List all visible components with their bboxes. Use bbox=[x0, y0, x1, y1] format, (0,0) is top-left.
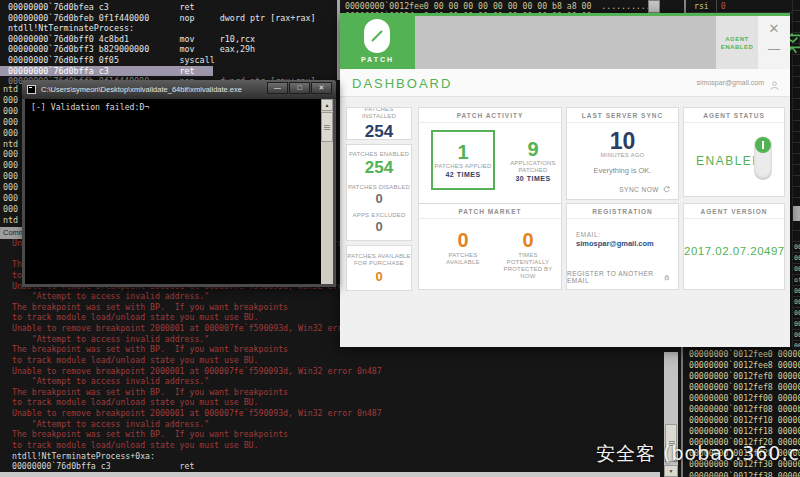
register-pane-scroll-thumb[interactable] bbox=[793, 206, 800, 221]
stat-card-patches-for-purchase: PATCHES AVAILABLE FOR PURCHASE 0 bbox=[346, 245, 412, 291]
register-fragment bbox=[793, 66, 800, 77]
memory-row: 00000000`0012fee0 000000 bbox=[689, 349, 800, 360]
address-fragment: 000 bbox=[3, 149, 18, 160]
disassembly-line: 00000000`76d0bfea c3 ret bbox=[8, 2, 316, 13]
console-line: The breakpoint was set with BP. If you w… bbox=[12, 387, 382, 398]
times-protected-stat: 0 TIMES POTENTIALLY PROTECTED BY NOW bbox=[497, 230, 559, 280]
page-title: DASHBOARD bbox=[352, 76, 452, 91]
console-line: "Attempt to access invalid address." bbox=[12, 291, 382, 302]
register-fragment: 00 bbox=[793, 308, 800, 319]
stat-value: 254 bbox=[347, 158, 411, 178]
memory-row: 00000000`0012fef0 000000 bbox=[689, 371, 800, 382]
register-fragment: 00 bbox=[793, 242, 800, 253]
register-another-email-label: REGISTER TO ANOTHER EMAIL bbox=[567, 270, 660, 284]
agent-status-card: AGENT STATUS ENABLED bbox=[683, 107, 785, 197]
dashboard-header: DASHBOARD simospar@gmail.com bbox=[340, 69, 790, 97]
stat-label: PATCHES DISABLED bbox=[347, 184, 411, 191]
cmd-scrollbar[interactable]: ▲ bbox=[321, 99, 333, 284]
memory-pane-scrollbar[interactable] bbox=[648, 0, 660, 13]
register-fragment bbox=[793, 220, 800, 231]
agent-enabled-badge: AGENT ENABLED bbox=[716, 16, 758, 69]
cmd-minimize-button[interactable]: — bbox=[267, 82, 288, 94]
patch-toolbar: PATCH bbox=[340, 16, 790, 69]
console-line: 00000000`76d0bffa c3 ret bbox=[12, 461, 382, 472]
register-fragment: 00 bbox=[793, 297, 800, 308]
register-fragment bbox=[793, 231, 800, 242]
registered-email: simospar@gmail.com bbox=[576, 239, 678, 248]
register-fragment: 00 bbox=[793, 264, 800, 275]
address-fragment: ntd bbox=[3, 84, 18, 95]
cmd-maximize-button[interactable]: □ bbox=[289, 82, 310, 94]
patch-logo-label: PATCH bbox=[340, 56, 415, 63]
patch-market-card: PATCH MARKET 0 PATCHES AVAILABLE 0 TIMES… bbox=[418, 203, 562, 290]
patch-slash-icon bbox=[371, 30, 382, 41]
cmd-close-button[interactable]: ✕ bbox=[311, 82, 332, 94]
register-fragment: of bbox=[793, 275, 800, 286]
agent-toggle-knob[interactable] bbox=[755, 137, 771, 153]
address-fragment: 000 bbox=[3, 106, 18, 117]
stat-sub: 30 TIMES bbox=[515, 175, 550, 182]
register-fragment bbox=[793, 121, 800, 132]
close-icon[interactable]: ✕ bbox=[758, 21, 790, 36]
console-line: "Attempt to access invalid address." bbox=[12, 419, 382, 430]
email-label: EMAIL: bbox=[576, 231, 678, 238]
address-fragment: 000 bbox=[3, 117, 18, 128]
stat-value: 0 bbox=[522, 230, 533, 250]
patch-activity-card: PATCH ACTIVITY 1 PATCHES APPLIED 42 TIME… bbox=[418, 107, 562, 207]
address-fragment: ntd bbox=[3, 139, 18, 150]
agent-toggle[interactable] bbox=[754, 136, 772, 180]
sync-now-label: SYNC NOW bbox=[619, 186, 659, 193]
register-fragment: 00 bbox=[793, 319, 800, 330]
sync-now-button[interactable]: SYNC NOW bbox=[619, 185, 671, 194]
register-fragment bbox=[793, 176, 800, 187]
stat-value: 0 bbox=[347, 191, 411, 206]
disassembly-line: 00000000`76d0bfeb 0f1f440000 nop dword p… bbox=[8, 13, 316, 24]
stat-label: APPLICATIONS PATCHED bbox=[507, 160, 559, 174]
memory-row: 00000000`0012ff10 000000 bbox=[689, 415, 800, 426]
disassembly-left-fragments: ntd000000000000ntd000000000000000000ntd bbox=[3, 84, 18, 226]
register-fragment bbox=[793, 132, 800, 143]
cmd-scroll-thumb[interactable] bbox=[321, 112, 333, 142]
register-fragment bbox=[793, 55, 800, 66]
lock-icon bbox=[663, 273, 671, 282]
cmd-titlebar[interactable]: C:\Users\symeon\Desktop\xmlvalidate_64bi… bbox=[22, 80, 336, 99]
address-fragment: 000 bbox=[3, 204, 18, 215]
horizontal-scrollbar[interactable] bbox=[0, 472, 660, 477]
address-fragment: 000 bbox=[3, 128, 18, 139]
disassembly-line: ntdll!NtTerminateProcess: bbox=[8, 23, 316, 34]
memory-row: 00000000`0012ff38 000000 bbox=[689, 471, 800, 477]
console-line: The breakpoint was set with BP. If you w… bbox=[12, 429, 382, 440]
patches-available-stat: 0 PATCHES AVAILABLE bbox=[433, 230, 493, 266]
patch-logo: PATCH bbox=[340, 16, 415, 69]
stat-card-patches-installed: PATCHES INSTALLED 254 bbox=[346, 107, 412, 140]
minimize-icon[interactable]: — bbox=[758, 42, 790, 56]
cmd-output-area: [-] Validation failed:Ð¬ ▲ bbox=[25, 99, 333, 284]
register-fragment: 00 bbox=[793, 330, 800, 341]
sync-minutes-label: MINUTES AGO bbox=[567, 152, 678, 159]
agent-status-value: ENABLED bbox=[696, 154, 763, 168]
register-fragment bbox=[793, 88, 800, 99]
stat-value: 9 bbox=[527, 139, 538, 159]
applications-patched-stat: 9 APPLICATIONS PATCHED 30 TIMES bbox=[507, 130, 559, 190]
register-value: 0 bbox=[721, 1, 726, 11]
console-line: ntdll!NtTerminateProcess+0xa: bbox=[12, 451, 382, 462]
last-server-sync-card: LAST SERVER SYNC 10 MINUTES AGO Everythi… bbox=[566, 107, 679, 200]
console-line: The breakpoint was set with BP. If you w… bbox=[12, 344, 382, 355]
stat-value: 1 bbox=[457, 142, 468, 162]
stat-label: PATCHES AVAILABLE FOR PURCHASE bbox=[347, 253, 411, 267]
register-another-email-button[interactable]: REGISTER TO ANOTHER EMAIL bbox=[567, 270, 671, 284]
cmd-title: C:\Users\symeon\Desktop\xmlvalidate_64bi… bbox=[41, 80, 261, 99]
account-email: simospar@gmail.com bbox=[697, 79, 764, 86]
address-fragment: 000 bbox=[3, 171, 18, 182]
dashboard-content: PATCHES INSTALLED 254 PATCHES ENABLED 25… bbox=[340, 97, 790, 347]
memory-row: 00000000`0012ff00 000000 bbox=[689, 393, 800, 404]
register-separator bbox=[716, 0, 717, 12]
disassembly-line: 00000000`76d0bff3 b829000000 mov eax,29h bbox=[8, 44, 316, 55]
sync-status: Everything is OK. bbox=[567, 166, 678, 175]
patches-applied-stat: 1 PATCHES APPLIED 42 TIMES bbox=[431, 130, 495, 190]
memory-row: 00000000`0012fee8 000000 bbox=[689, 360, 800, 371]
register-fragment bbox=[793, 0, 800, 11]
cmd-output-line: [-] Validation failed:Ð¬ bbox=[31, 102, 149, 112]
cmd-scroll-up-arrow[interactable]: ▲ bbox=[321, 99, 333, 111]
stat-label: APPS EXCLUDED bbox=[347, 212, 411, 219]
